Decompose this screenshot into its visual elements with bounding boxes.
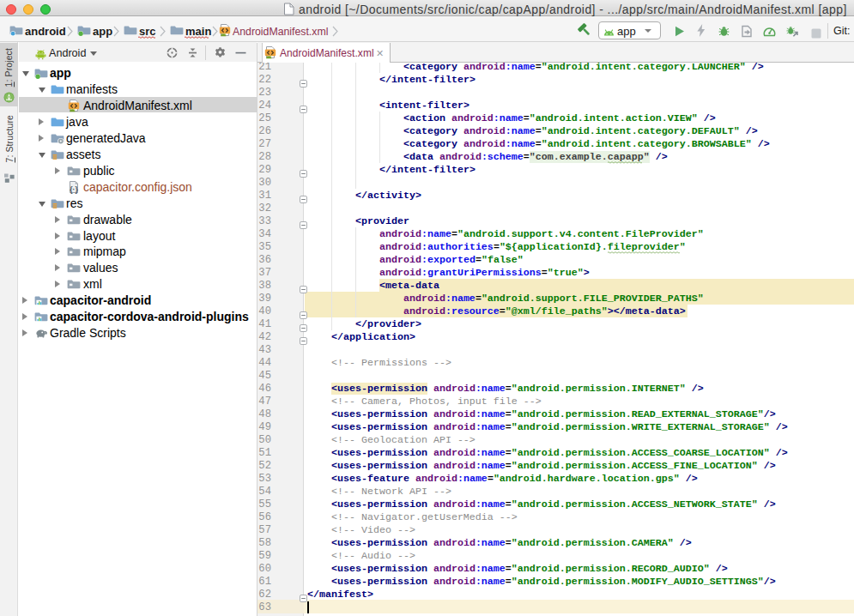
svg-text:{·}: {·} (70, 184, 78, 193)
